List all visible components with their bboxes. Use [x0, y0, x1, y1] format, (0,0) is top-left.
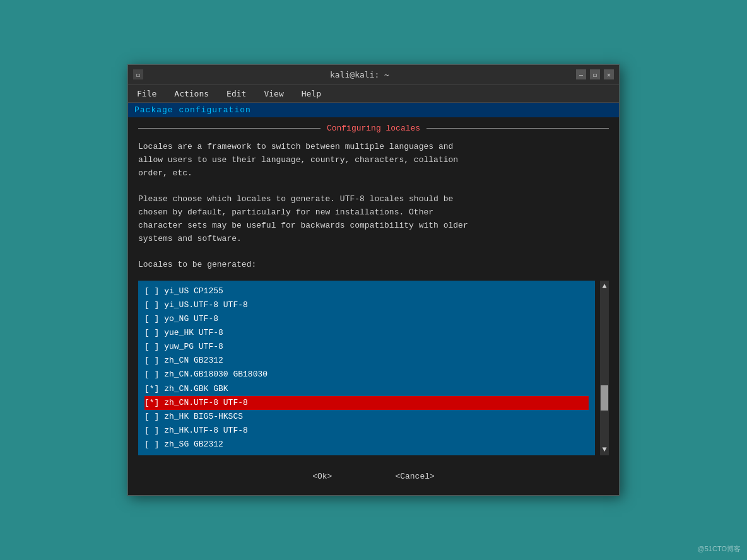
list-item[interactable]: [ ] yi_US CP1255	[144, 284, 589, 298]
titlebar-controls: — ◻ ✕	[576, 69, 614, 79]
title-line-left	[138, 128, 321, 129]
desc-line8: Locales to be generated:	[138, 260, 256, 269]
desc-line3: order, etc.	[138, 168, 192, 178]
list-item[interactable]: [ ] zh_HK.UTF-8 UTF-8	[144, 424, 589, 438]
list-item[interactable]: [ ] zh_CN GB2312	[144, 354, 589, 368]
list-item[interactable]: [ ] zh_HK BIG5-HKSCS	[144, 410, 589, 424]
dialog-title-bar: Configuring locales	[138, 124, 609, 133]
scrollbar-down-arrow[interactable]: ▼	[601, 444, 608, 455]
dialog-description: Locales are a framework to switch betwee…	[138, 141, 609, 272]
scrollbar[interactable]: ▲ ▼	[600, 281, 609, 455]
list-item[interactable]: [ ] zh_CN.GB18030 GB18030	[144, 368, 589, 382]
list-item[interactable]: [ ] zh_SG GB2312	[144, 438, 589, 452]
dialog-title: Configuring locales	[321, 124, 426, 133]
list-item[interactable]: [ ] yuw_PG UTF-8	[144, 340, 589, 354]
desc-line7: systems and software.	[138, 234, 242, 243]
locale-list-container: [ ] yi_US CP1255 [ ] yi_US.UTF-8 UTF-8 […	[138, 281, 609, 455]
terminal-window: ◻ kali@kali: ~ — ◻ ✕ File Actions Edit V…	[127, 64, 620, 496]
titlebar-left: ◻	[133, 69, 143, 79]
menu-file[interactable]: File	[133, 88, 160, 100]
titlebar: ◻ kali@kali: ~ — ◻ ✕	[128, 65, 619, 85]
watermark: @51CTO博客	[698, 544, 741, 554]
pkg-config-header: Package configuration	[128, 103, 619, 117]
desc-line6: character sets may be useful for backwar…	[138, 221, 468, 230]
list-item[interactable]: [*] zh_CN.GBK GBK	[144, 382, 589, 396]
cancel-button[interactable]: <Cancel>	[389, 470, 440, 482]
desc-line2: allow users to use their language, count…	[138, 155, 458, 165]
list-item[interactable]: [ ] yi_US.UTF-8 UTF-8	[144, 298, 589, 312]
list-item[interactable]: [ ] yo_NG UTF-8	[144, 312, 589, 326]
pkg-config-label: Package configuration	[134, 105, 251, 115]
list-item[interactable]: [ ] yue_HK UTF-8	[144, 326, 589, 340]
desc-line4: Please choose which locales to generate.…	[138, 194, 453, 204]
desc-line1: Locales are a framework to switch betwee…	[138, 142, 453, 151]
menu-edit[interactable]: Edit	[223, 88, 250, 100]
list-item-selected[interactable]: [*] zh_CN.UTF-8 UTF-8	[144, 396, 589, 410]
window-title: kali@kali: ~	[143, 70, 576, 79]
menu-actions[interactable]: Actions	[170, 88, 213, 100]
minimize-button[interactable]: —	[576, 69, 586, 79]
title-line-right	[426, 128, 609, 129]
maximize-button[interactable]: ◻	[590, 69, 600, 79]
menubar: File Actions Edit View Help	[128, 85, 619, 103]
desc-line5: chosen by default, particularly for new …	[138, 207, 433, 217]
menu-view[interactable]: View	[260, 88, 287, 100]
ok-button[interactable]: <Ok>	[306, 470, 338, 482]
dialog-area: Configuring locales Locales are a framew…	[128, 117, 619, 495]
scrollbar-up-arrow[interactable]: ▲	[601, 281, 608, 292]
locale-list[interactable]: [ ] yi_US CP1255 [ ] yi_US.UTF-8 UTF-8 […	[138, 281, 595, 455]
close-button[interactable]: ✕	[604, 69, 614, 79]
dialog-buttons: <Ok> <Cancel>	[138, 465, 609, 489]
terminal-body: Package configuration Configuring locale…	[128, 103, 619, 495]
scrollbar-thumb[interactable]	[601, 385, 608, 411]
window-icon: ◻	[133, 69, 143, 79]
menu-help[interactable]: Help	[298, 88, 325, 100]
